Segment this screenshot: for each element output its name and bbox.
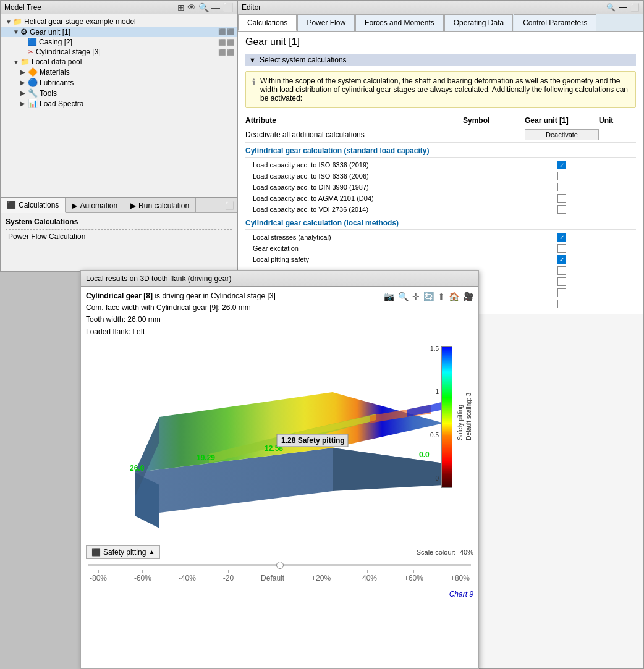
chart-info-suffix1: is driving gear in Cylindrical stage [3] xyxy=(153,292,276,300)
crosshair-icon[interactable]: ✛ xyxy=(412,292,420,301)
chart-dropdown[interactable]: ⬛ Safety pitting ▲ xyxy=(86,545,160,559)
tab-control-label: Control Parameters xyxy=(523,19,587,27)
tree-label-loadspectra: Load Spectra xyxy=(40,99,83,108)
axis-label-26: 26.0 xyxy=(130,464,145,473)
checkbox-iso2006[interactable] xyxy=(557,172,566,180)
checkbox-iso2019[interactable] xyxy=(557,161,566,169)
calc-item-power-flow[interactable]: Power Flow Calculation xyxy=(6,231,232,242)
zoom-icon[interactable]: 🔍 xyxy=(198,2,209,12)
cb-cell-iso2019 xyxy=(525,161,599,169)
tree-label-lubricants: Lubricants xyxy=(40,78,74,87)
tick-label-pos80: +80% xyxy=(451,574,470,583)
tab-forces-moments[interactable]: Forces and Moments xyxy=(355,14,444,31)
gear-unit-title: Gear unit [1] xyxy=(245,36,636,48)
checkbox-agma[interactable] xyxy=(557,194,566,203)
tree-item-gearunit[interactable]: ▼ ⚙ Gear unit [1] ⬛ ⬛ xyxy=(1,27,237,37)
label-din3990: Load capacity acc. to DIN 3990 (1987) xyxy=(245,183,463,191)
checkbox-extra2[interactable] xyxy=(557,277,566,286)
tree-item-loadspectra[interactable]: ▶ 📊 Load Spectra xyxy=(1,98,237,109)
chart-info-line2: Com. face width with Cylindrical gear [9… xyxy=(86,302,473,314)
slider-thumb[interactable] xyxy=(276,562,284,569)
tree-row-icons-gearunit: ⬛ ⬛ xyxy=(218,28,234,35)
editor-maximize[interactable]: ⬜ xyxy=(630,3,640,12)
checkbox-localpitting[interactable] xyxy=(557,255,566,264)
box-icon: 🟦 xyxy=(28,38,37,46)
eye-icon[interactable]: 👁 xyxy=(187,2,196,12)
tick-line xyxy=(142,570,143,573)
tree-item-localdatapool[interactable]: ▼ 📁 Local data pool xyxy=(1,57,237,67)
cylindrical-local-title: Cylindrical gear calculation (local meth… xyxy=(245,215,636,230)
tree-arrow-gearunit: ▼ xyxy=(13,28,19,35)
scale-label: Scale colour: -40% xyxy=(417,549,473,556)
colorbar-area: 1.5 1 0.5 0 Safety pitting Default scali… xyxy=(430,346,473,488)
tree-item-lubricants[interactable]: ▶ 🔵 Lubricants xyxy=(1,77,237,88)
tree-item-casing[interactable]: 🟦 Casing [2] ⬛ ⬛ xyxy=(1,37,237,47)
cb-cell-din3990 xyxy=(525,183,599,191)
tab-run-label: Run calculation xyxy=(138,201,189,210)
axis-label-0: 0.0 xyxy=(419,450,430,459)
cb-cell-extra3 xyxy=(525,288,599,297)
calc-row-iso2019: Load capacity acc. to ISO 6336 (2019) xyxy=(245,159,636,170)
checkbox-vdi[interactable] xyxy=(557,205,566,214)
tab-power-flow[interactable]: Power Flow xyxy=(297,14,355,31)
tree-arrow-materials: ▶ xyxy=(20,69,27,75)
cb-cell-extra1 xyxy=(525,266,599,275)
tooth-flank-svg: 26.0 19.29 12.58 5.87 0.0 1.28 Safety pi… xyxy=(98,343,462,534)
table-header: Attribute Symbol Gear unit [1] Unit xyxy=(245,114,636,127)
video-icon[interactable]: 🎥 xyxy=(463,292,473,301)
calc-maximize[interactable]: ⬜ xyxy=(225,201,234,210)
checkbox-din3990[interactable] xyxy=(557,183,566,191)
section-header-select[interactable]: ▼ Select system calculations xyxy=(245,54,636,66)
dropdown-icon: ⬛ xyxy=(91,548,101,557)
tab-powerflow-label: Power Flow xyxy=(307,19,345,27)
calc-row-iso2006: Load capacity acc. to ISO 6336 (2006) xyxy=(245,170,636,182)
maximize-icon[interactable]: ⬜ xyxy=(222,2,233,12)
export-icon[interactable]: ⬆ xyxy=(438,292,445,301)
checkbox-extra1[interactable] xyxy=(557,266,566,275)
slider-ticks: -80% -60% -40% -20 Default xyxy=(88,570,471,583)
tree-item-tools[interactable]: ▶ 🔧 Tools xyxy=(1,88,237,98)
cb-cell-vdi xyxy=(525,205,599,214)
colorbar-title: Safety pitting Default scaling: 3 xyxy=(456,393,473,440)
tree-item-helical[interactable]: ▼ 📁 Helical gear stage example model xyxy=(1,17,237,27)
tree-item-materials[interactable]: ▶ 🔶 Materials xyxy=(1,67,237,77)
tick-line xyxy=(98,570,99,573)
tab-control-params[interactable]: Control Parameters xyxy=(514,14,596,31)
home-icon[interactable]: 🏠 xyxy=(449,292,459,301)
tab-operating-data[interactable]: Operating Data xyxy=(444,14,513,31)
zoom-in-icon[interactable]: 🔍 xyxy=(398,292,409,301)
tab-calculations-editor[interactable]: Calculations xyxy=(238,14,297,31)
tab-automation[interactable]: ▶ Automation xyxy=(66,198,124,212)
calc-content: System Calculations Power Flow Calculati… xyxy=(1,213,237,245)
tick-label-pos40: +40% xyxy=(358,574,377,583)
calc-divider xyxy=(6,229,232,230)
checkbox-extra3[interactable] xyxy=(557,288,566,297)
section-title-text: Select system calculations xyxy=(260,56,347,64)
tab-forces-label: Forces and Moments xyxy=(365,19,434,27)
checkbox-extra4[interactable] xyxy=(557,300,566,308)
info-icon: ℹ xyxy=(252,77,255,87)
camera-icon[interactable]: 📷 xyxy=(384,292,394,301)
deactivate-button[interactable]: Deactivate xyxy=(525,129,599,140)
col-symbol: Symbol xyxy=(463,116,525,125)
tick-label-neg40: -40% xyxy=(179,574,196,583)
editor-minimize[interactable]: — xyxy=(619,3,627,12)
tab-opdata-label: Operating Data xyxy=(454,19,504,27)
rotate-icon[interactable]: 🔄 xyxy=(423,292,434,301)
chart-info-line3: Tooth width: 26.00 mm xyxy=(86,314,473,326)
tab-run-calculation[interactable]: ▶ Run calculation xyxy=(124,198,196,212)
minimize-icon[interactable]: — xyxy=(211,2,220,12)
folder-icon-helical: 📁 xyxy=(13,17,22,26)
editor-titlebar-icons: 🔍 — ⬜ xyxy=(606,3,640,12)
checkbox-gearexcitation[interactable] xyxy=(557,244,566,253)
calc-minimize[interactable]: — xyxy=(215,201,222,210)
checkbox-localstresses[interactable] xyxy=(557,233,566,242)
tree-item-cylindrical[interactable]: ✂ Cylindrical stage [3] ⬛ ⬛ xyxy=(1,47,237,57)
editor-search-icon[interactable]: 🔍 xyxy=(606,3,616,12)
tick-neg60: -60% xyxy=(134,570,151,583)
tab-calculations[interactable]: ⬛ Calculations xyxy=(1,198,66,213)
tick-neg40: -40% xyxy=(179,570,196,583)
model-tree-panel: Model Tree ⊞ 👁 🔍 — ⬜ ▼ 📁 Helical gear st… xyxy=(0,0,237,198)
col-unit: Unit xyxy=(599,116,636,125)
grid-icon[interactable]: ⊞ xyxy=(177,2,185,12)
